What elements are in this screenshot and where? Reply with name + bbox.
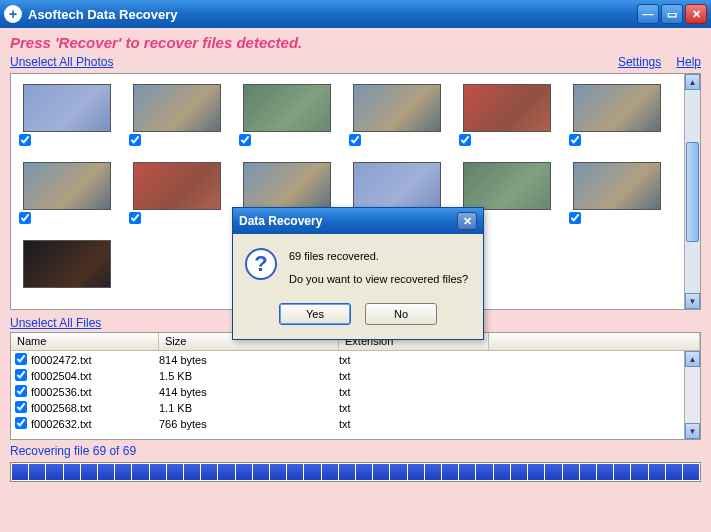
table-row[interactable]: f0002472.txt 814 bytes txt bbox=[11, 352, 700, 368]
file-name-cell: f0002504.txt bbox=[31, 370, 159, 382]
table-row[interactable]: f0002632.txt 766 bytes txt bbox=[11, 416, 700, 432]
files-list-panel: Name Size Extension f0002472.txt 814 byt… bbox=[10, 332, 701, 440]
thumbnail-image[interactable] bbox=[573, 162, 661, 210]
thumbnail-image[interactable] bbox=[353, 162, 441, 210]
thumbnail-cell bbox=[569, 162, 661, 224]
dialog-body: ? 69 files recovered. Do you want to vie… bbox=[233, 234, 483, 299]
minimize-button[interactable]: — bbox=[637, 4, 659, 24]
thumbnail-checkbox[interactable] bbox=[129, 212, 141, 224]
file-ext-cell: txt bbox=[339, 370, 489, 382]
file-name-cell: f0002472.txt bbox=[31, 354, 159, 366]
table-row[interactable]: f0002536.txt 414 bytes txt bbox=[11, 384, 700, 400]
file-ext-cell: txt bbox=[339, 402, 489, 414]
scroll-down-arrow-icon[interactable]: ▼ bbox=[685, 293, 700, 309]
file-row-checkbox[interactable] bbox=[15, 401, 27, 413]
thumbnail-cell bbox=[129, 162, 221, 224]
thumbnail-image[interactable] bbox=[573, 84, 661, 132]
maximize-button[interactable]: ▭ bbox=[661, 4, 683, 24]
thumbnail-image[interactable] bbox=[243, 84, 331, 132]
thumbnail-cell bbox=[459, 84, 551, 146]
question-icon: ? bbox=[245, 248, 277, 280]
thumbnail-cell bbox=[19, 240, 111, 288]
window-titlebar: + Asoftech Data Recovery — ▭ ✕ bbox=[0, 0, 711, 28]
files-scrollbar[interactable]: ▲ ▼ bbox=[684, 351, 700, 439]
file-ext-cell: txt bbox=[339, 418, 489, 430]
help-link[interactable]: Help bbox=[676, 55, 701, 69]
thumbnail-checkbox[interactable] bbox=[569, 212, 581, 224]
thumbnail-checkbox[interactable] bbox=[19, 212, 31, 224]
thumbnail-image[interactable] bbox=[463, 84, 551, 132]
dialog-titlebar: Data Recovery ✕ bbox=[233, 208, 483, 234]
thumbnail-image[interactable] bbox=[133, 84, 221, 132]
column-header-name[interactable]: Name bbox=[11, 333, 159, 350]
top-link-row: Unselect All Photos Settings Help bbox=[10, 55, 701, 69]
thumbnail-checkbox[interactable] bbox=[569, 134, 581, 146]
app-icon: + bbox=[4, 5, 22, 23]
file-ext-cell: txt bbox=[339, 386, 489, 398]
file-size-cell: 414 bytes bbox=[159, 386, 339, 398]
window-title: Asoftech Data Recovery bbox=[28, 7, 635, 22]
thumbnail-checkbox[interactable] bbox=[349, 134, 361, 146]
thumbnail-image[interactable] bbox=[23, 162, 111, 210]
thumbnail-image[interactable] bbox=[23, 84, 111, 132]
dialog-button-row: Yes No bbox=[233, 299, 483, 339]
thumbnail-cell bbox=[19, 162, 111, 224]
thumbnail-cell bbox=[239, 84, 331, 146]
unselect-all-photos-link[interactable]: Unselect All Photos bbox=[10, 55, 113, 69]
unselect-all-files-link[interactable]: Unselect All Files bbox=[10, 316, 101, 330]
settings-link[interactable]: Settings bbox=[618, 55, 661, 69]
files-rows: f0002472.txt 814 bytes txt f0002504.txt … bbox=[11, 351, 700, 433]
file-row-checkbox[interactable] bbox=[15, 353, 27, 365]
thumbnail-checkbox[interactable] bbox=[129, 134, 141, 146]
dialog-message: 69 files recovered. Do you want to view … bbox=[289, 248, 468, 287]
thumbnail-cell bbox=[19, 84, 111, 146]
thumbnail-image[interactable] bbox=[133, 162, 221, 210]
file-name-cell: f0002536.txt bbox=[31, 386, 159, 398]
progress-status-text: Recovering file 69 of 69 bbox=[10, 444, 701, 458]
thumbnail-cell bbox=[129, 84, 221, 146]
table-row[interactable]: f0002568.txt 1.1 KB txt bbox=[11, 400, 700, 416]
dialog-message-line1: 69 files recovered. bbox=[289, 248, 468, 265]
scroll-up-arrow-icon[interactable]: ▲ bbox=[685, 351, 700, 367]
dialog-message-line2: Do you want to view recovered files? bbox=[289, 271, 468, 288]
file-name-cell: f0002632.txt bbox=[31, 418, 159, 430]
thumbnail-image[interactable] bbox=[353, 84, 441, 132]
scroll-down-arrow-icon[interactable]: ▼ bbox=[685, 423, 700, 439]
close-button[interactable]: ✕ bbox=[685, 4, 707, 24]
thumbnail-image[interactable] bbox=[23, 240, 111, 288]
instruction-text: Press 'Recover' to recover files detecte… bbox=[10, 34, 701, 51]
file-row-checkbox[interactable] bbox=[15, 417, 27, 429]
yes-button[interactable]: Yes bbox=[279, 303, 351, 325]
data-recovery-dialog: Data Recovery ✕ ? 69 files recovered. Do… bbox=[232, 207, 484, 340]
file-size-cell: 766 bytes bbox=[159, 418, 339, 430]
file-ext-cell: txt bbox=[339, 354, 489, 366]
no-button[interactable]: No bbox=[365, 303, 437, 325]
file-size-cell: 814 bytes bbox=[159, 354, 339, 366]
table-row[interactable]: f0002504.txt 1.5 KB txt bbox=[11, 368, 700, 384]
scrollbar-thumb[interactable] bbox=[686, 142, 699, 242]
thumbnail-checkbox[interactable] bbox=[19, 134, 31, 146]
file-row-checkbox[interactable] bbox=[15, 385, 27, 397]
thumbnail-image[interactable] bbox=[463, 162, 551, 210]
thumbnail-checkbox[interactable] bbox=[239, 134, 251, 146]
scroll-up-arrow-icon[interactable]: ▲ bbox=[685, 74, 700, 90]
thumbnail-image[interactable] bbox=[243, 162, 331, 210]
thumbnail-scrollbar[interactable]: ▲ ▼ bbox=[684, 74, 700, 309]
dialog-close-button[interactable]: ✕ bbox=[457, 212, 477, 230]
thumbnail-checkbox[interactable] bbox=[459, 134, 471, 146]
file-size-cell: 1.1 KB bbox=[159, 402, 339, 414]
column-header-blank bbox=[489, 333, 700, 350]
thumbnail-cell bbox=[349, 84, 441, 146]
file-row-checkbox[interactable] bbox=[15, 369, 27, 381]
progress-bar bbox=[10, 462, 701, 482]
dialog-title: Data Recovery bbox=[239, 214, 322, 228]
scrollbar-track[interactable] bbox=[685, 90, 700, 293]
thumbnail-cell bbox=[569, 84, 661, 146]
file-size-cell: 1.5 KB bbox=[159, 370, 339, 382]
file-name-cell: f0002568.txt bbox=[31, 402, 159, 414]
